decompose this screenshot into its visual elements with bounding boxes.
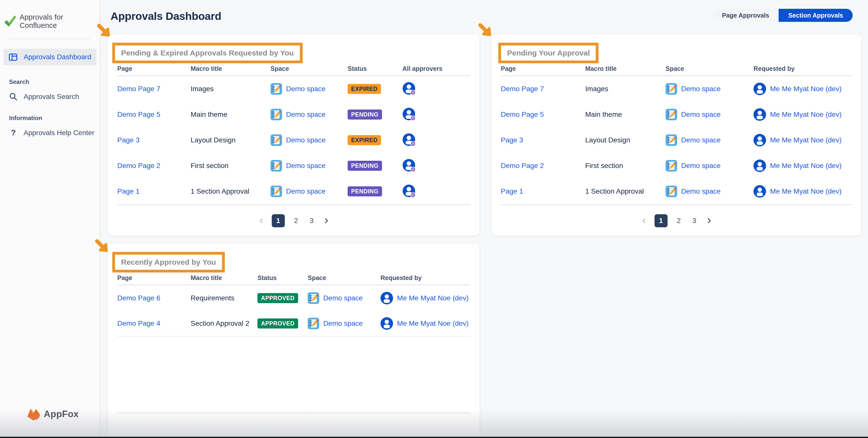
requester-link[interactable]: Me Me Myat Noe (dev) [770, 187, 842, 195]
approver-avatar-icon [402, 107, 416, 121]
macro-title: 1 Section Approval [191, 187, 271, 195]
page-link[interactable]: Demo Page 2 [501, 162, 585, 170]
space-link[interactable]: Demo space [286, 162, 326, 170]
space-link[interactable]: Demo space [323, 294, 363, 302]
user-avatar-icon [753, 83, 766, 95]
macro-title: First section [191, 162, 271, 170]
requester-link[interactable]: Me Me Myat Noe (dev) [770, 162, 842, 170]
app-logo: Approvals for Confluence [0, 0, 99, 30]
status-badge: EXPIRED [348, 84, 381, 94]
space-link[interactable]: Demo space [323, 319, 363, 327]
space-icon [665, 109, 677, 120]
page-link[interactable]: Demo Page 7 [117, 85, 191, 93]
pagination: 1 2 3 [501, 214, 852, 227]
column-header: Status [348, 65, 402, 72]
pagination-page-2[interactable]: 2 [292, 217, 300, 225]
page-link[interactable]: Demo Page 7 [501, 85, 585, 93]
pagination-prev-icon[interactable] [641, 218, 648, 224]
macro-title: Section Approval 2 [191, 319, 257, 327]
status-badge: APPROVED [257, 293, 298, 303]
space-icon [271, 134, 282, 146]
annotation-highlight-box: Recently Approved by You [112, 252, 225, 273]
section-approvals-button[interactable]: Section Approvals [779, 9, 853, 22]
card-recently-approved-by-you: Recently Approved by You Page Macro titl… [108, 244, 479, 438]
user-avatar-icon [753, 108, 766, 121]
table-header-row: Page Macro title Space Requested by [501, 65, 852, 76]
page-link[interactable]: Demo Page 2 [117, 162, 191, 170]
column-header: Macro title [585, 65, 665, 72]
page-link[interactable]: Demo Page 4 [117, 319, 191, 327]
column-header: Requested by [380, 274, 470, 282]
page-link[interactable]: Demo Page 5 [117, 111, 191, 119]
table-row: Demo Page 4 Section Approval 2 APPROVED … [117, 311, 470, 337]
main-content: Approvals Dashboard Page Approvals Secti… [100, 0, 868, 438]
sidebar-section-search: Search [9, 79, 99, 85]
sidebar-item-approvals-search[interactable]: Approvals Search [8, 92, 99, 101]
requester-link[interactable]: Me Me Myat Noe (dev) [397, 294, 469, 302]
user-avatar-icon [753, 134, 766, 147]
macro-title: Layout Design [191, 136, 271, 144]
space-link[interactable]: Demo space [681, 136, 720, 144]
sidebar-divider [9, 39, 90, 39]
macro-title: Requirements [191, 294, 257, 302]
space-link[interactable]: Demo space [681, 162, 720, 170]
page-link[interactable]: Page 1 [501, 187, 585, 195]
column-header: Status [257, 274, 308, 282]
table-row: Page 1 1 Section Approval Demo space PEN… [117, 179, 470, 204]
pagination-next-icon[interactable] [323, 218, 330, 224]
column-header: Page [117, 65, 191, 72]
table-header-row: Page Macro title Status Space Requested … [117, 274, 470, 285]
pagination-page-3[interactable]: 3 [690, 217, 699, 225]
page-link[interactable]: Page 3 [117, 136, 191, 144]
pagination-next-icon[interactable] [706, 218, 712, 224]
card-pending-expired-requested-by-you: Pending & Expired Approvals Requested by… [108, 34, 479, 235]
approvals-type-toggle: Page Approvals Section Approvals [712, 9, 853, 22]
requester-link[interactable]: Me Me Myat Noe (dev) [397, 319, 469, 327]
requester-link[interactable]: Me Me Myat Noe (dev) [770, 85, 842, 93]
column-header: Page [117, 274, 191, 282]
macro-title: Images [191, 85, 271, 93]
table-row: Page 3 Layout Design Demo space Me Me My… [501, 127, 852, 153]
space-icon [665, 83, 677, 95]
pagination-page-1[interactable]: 1 [654, 214, 668, 227]
pagination-page-3[interactable]: 3 [307, 217, 316, 225]
page-approvals-button[interactable]: Page Approvals [712, 9, 779, 22]
table-row: Page 1 1 Section Approval Demo space Me … [501, 179, 852, 204]
dashboard-icon [8, 52, 18, 62]
table-row: Demo Page 7 Images Demo space EXPIRED [117, 76, 470, 102]
macro-title: Main theme [191, 111, 271, 119]
sidebar-item-label: Approvals Search [24, 93, 79, 101]
pagination-page-1[interactable]: 1 [272, 214, 285, 227]
macro-title: Images [585, 85, 665, 93]
space-link[interactable]: Demo space [286, 85, 326, 93]
sidebar-item-approvals-dashboard[interactable]: Approvals Dashboard [3, 49, 96, 65]
space-icon [271, 83, 282, 95]
space-icon [271, 160, 282, 171]
column-header: Requested by [753, 65, 852, 72]
macro-title: Layout Design [585, 136, 665, 144]
space-link[interactable]: Demo space [286, 111, 326, 119]
space-icon [665, 134, 677, 146]
column-header: Space [271, 65, 348, 72]
page-link[interactable]: Page 1 [117, 187, 191, 195]
space-link[interactable]: Demo space [681, 85, 720, 93]
sidebar-item-approvals-help-center[interactable]: ? Approvals Help Center [8, 128, 99, 137]
space-link[interactable]: Demo space [286, 136, 326, 144]
sidebar: Approvals for Confluence Approvals Dashb… [0, 0, 100, 438]
space-icon [271, 109, 282, 120]
approvals-dashboard-screen: Approvals for Confluence Approvals Dashb… [0, 0, 868, 438]
page-link[interactable]: Page 3 [501, 136, 585, 144]
pagination-prev-icon[interactable] [258, 218, 265, 224]
pagination-page-2[interactable]: 2 [675, 217, 683, 225]
space-link[interactable]: Demo space [286, 187, 326, 195]
question-mark-icon: ? [8, 128, 18, 137]
space-link[interactable]: Demo space [681, 187, 720, 195]
space-link[interactable]: Demo space [681, 111, 720, 119]
column-header: Space [308, 274, 380, 282]
user-avatar-icon [753, 185, 766, 198]
page-link[interactable]: Demo Page 6 [117, 294, 191, 302]
user-avatar-icon [753, 159, 766, 172]
requester-link[interactable]: Me Me Myat Noe (dev) [770, 111, 842, 119]
requester-link[interactable]: Me Me Myat Noe (dev) [770, 136, 842, 144]
page-link[interactable]: Demo Page 5 [501, 111, 585, 119]
